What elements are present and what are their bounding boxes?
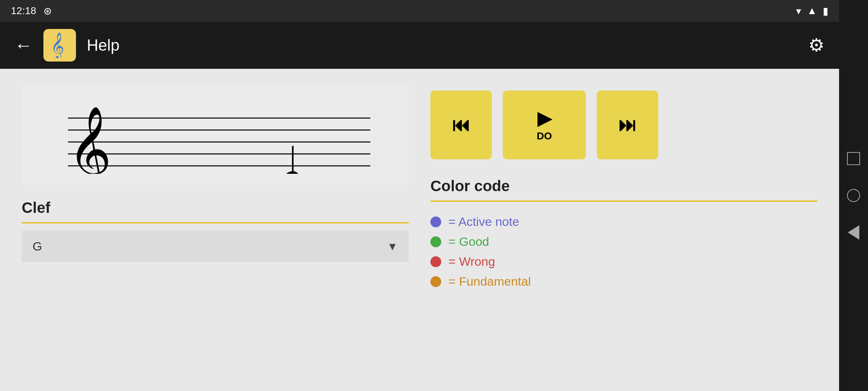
signal-icon: ▲ — [807, 5, 817, 17]
nav-home-button[interactable] — [846, 188, 861, 203]
play-icon: ▶ — [537, 108, 551, 129]
battery-icon: ▮ — [823, 5, 828, 17]
treble-clef-icon: 𝄞 — [49, 33, 71, 58]
app-bar-left: ← 𝄞 Help — [14, 29, 120, 62]
active-note-dot — [430, 216, 441, 227]
home-icon — [847, 189, 860, 202]
nav-back-button[interactable] — [846, 225, 861, 240]
shield-icon: ⊛ — [43, 5, 52, 17]
color-code-title: Color code — [430, 177, 817, 195]
status-bar: 12:18 ⊛ ▾ ▲ ▮ — [0, 0, 839, 22]
settings-button[interactable]: ⚙ — [808, 35, 825, 56]
clef-title: Clef — [22, 199, 409, 216]
color-item-good: = Good — [430, 235, 817, 249]
svg-point-9 — [283, 170, 300, 174]
back-icon — [848, 225, 859, 240]
color-code-divider — [430, 201, 817, 202]
music-staff: 𝄞 — [36, 94, 394, 174]
app-container: 12:18 ⊛ ▾ ▲ ▮ ← 𝄞 Help ⚙ — [0, 0, 839, 391]
main-content: 𝄞 Clef G ▼ — [0, 69, 839, 391]
skip-forward-button[interactable]: ⏭ — [597, 91, 658, 159]
color-item-active: = Active note — [430, 215, 817, 229]
left-panel: 𝄞 Clef G ▼ — [22, 83, 409, 377]
wrong-dot — [430, 256, 441, 267]
app-bar: ← 𝄞 Help ⚙ — [0, 22, 839, 69]
color-code-section: Color code = Active note = Good = Wrong — [430, 177, 817, 289]
fundamental-label: = Fundamental — [448, 274, 531, 289]
svg-text:𝄞: 𝄞 — [68, 107, 112, 174]
good-label: = Good — [448, 235, 489, 249]
nav-recents-button[interactable] — [846, 151, 861, 166]
color-item-wrong: = Wrong — [430, 255, 817, 269]
wifi-icon: ▾ — [796, 5, 801, 17]
playback-controls: ⏮ ▶ DO ⏭ — [430, 83, 817, 159]
dropdown-arrow-icon: ▼ — [387, 240, 398, 253]
wrong-label: = Wrong — [448, 255, 495, 269]
status-right: ▾ ▲ ▮ — [796, 5, 828, 17]
right-panel: ⏮ ▶ DO ⏭ Color code = Active note — [430, 83, 817, 377]
status-time: 12:18 — [11, 5, 36, 17]
clef-value: G — [33, 239, 42, 253]
svg-text:𝄞: 𝄞 — [51, 33, 64, 58]
back-button[interactable]: ← — [14, 35, 33, 56]
fundamental-dot — [430, 276, 441, 287]
recents-icon — [847, 152, 860, 165]
app-icon: 𝄞 — [43, 29, 76, 62]
app-title: Help — [87, 36, 120, 54]
android-nav-panel — [839, 0, 868, 391]
play-button[interactable]: ▶ DO — [503, 91, 586, 159]
color-code-items: = Active note = Good = Wrong = Fundament… — [430, 215, 817, 289]
color-item-fundamental: = Fundamental — [430, 274, 817, 289]
staff-area: 𝄞 — [22, 83, 409, 185]
good-dot — [430, 236, 441, 247]
skip-back-button[interactable]: ⏮ — [430, 91, 492, 159]
clef-divider — [22, 222, 409, 223]
play-note-label: DO — [537, 130, 552, 142]
clef-dropdown[interactable]: G ▼ — [22, 231, 409, 262]
status-left: 12:18 ⊛ — [11, 5, 52, 17]
active-note-label: = Active note — [448, 215, 519, 229]
clef-section: Clef G ▼ — [22, 199, 409, 262]
